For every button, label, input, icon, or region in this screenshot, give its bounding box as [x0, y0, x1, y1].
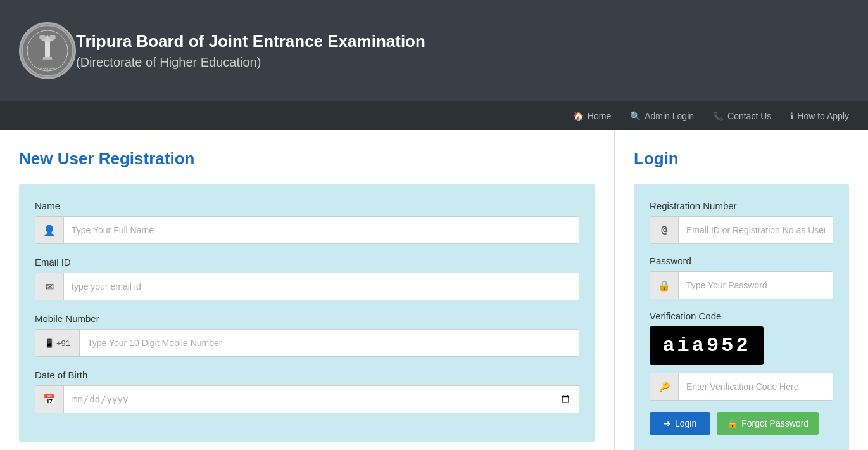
- forgot-password-button[interactable]: 🔒 Forgot Password: [717, 412, 819, 435]
- password-group: Password 🔒: [650, 255, 833, 299]
- svg-rect-5: [43, 57, 52, 59]
- verification-label: Verification Code: [650, 311, 833, 321]
- nav-admin-label: Admin Login: [645, 111, 694, 121]
- login-form: Registration Number @ Password 🔒 Verific…: [634, 184, 849, 450]
- site-subtitle: (Directorate of Higher Education): [76, 55, 425, 70]
- svg-point-7: [39, 35, 46, 40]
- registration-panel: New User Registration Name 👤 Email ID ✉: [0, 130, 615, 450]
- at-icon: @: [650, 217, 679, 243]
- email-input-wrapper: ✉: [35, 273, 579, 300]
- svg-rect-3: [45, 39, 50, 57]
- mobile-country-code: +91: [56, 338, 70, 348]
- email-input[interactable]: [64, 273, 579, 300]
- name-label: Name: [35, 200, 579, 211]
- site-header: ✦✦✦ सत्यमेव जयते Tripura Board of Joint …: [0, 0, 868, 101]
- login-buttons: ➜ Login 🔒 Forgot Password: [650, 412, 833, 435]
- svg-rect-6: [42, 59, 53, 60]
- dob-label: Date of Birth: [35, 370, 579, 380]
- nav-how-to-apply[interactable]: ℹ How to Apply: [790, 111, 849, 121]
- email-icon: ✉: [35, 273, 64, 300]
- nav-howto-label: How to Apply: [797, 111, 849, 121]
- name-group: Name 👤: [35, 200, 579, 244]
- svg-point-8: [49, 35, 56, 40]
- site-title: Tripura Board of Joint Entrance Examinat…: [76, 32, 425, 51]
- reg-number-group: Registration Number @: [650, 200, 833, 244]
- password-input-wrapper: 🔒: [650, 271, 833, 299]
- registration-title: New User Registration: [19, 149, 595, 169]
- key-icon: 🔑: [650, 373, 679, 400]
- nav-contact-label: Contact Us: [727, 111, 771, 121]
- login-title: Login: [634, 149, 849, 169]
- password-label: Password: [650, 255, 833, 266]
- reg-input-wrapper: @: [650, 216, 833, 244]
- contact-icon: 📞: [713, 111, 724, 121]
- nav-contact-us[interactable]: 📞 Contact Us: [713, 111, 771, 121]
- login-button[interactable]: ➜ Login: [650, 412, 710, 435]
- mobile-prefix: 📱 +91: [35, 330, 80, 356]
- header-text-block: Tripura Board of Joint Entrance Examinat…: [76, 32, 425, 70]
- mobile-input[interactable]: [80, 330, 579, 356]
- reg-number-label: Registration Number: [650, 200, 833, 211]
- verification-group: Verification Code aia952 🔑: [650, 311, 833, 401]
- main-content: New User Registration Name 👤 Email ID ✉: [0, 130, 868, 450]
- email-group: Email ID ✉: [35, 257, 579, 300]
- captcha-text: aia952: [662, 334, 750, 357]
- password-input[interactable]: [679, 272, 833, 299]
- calendar-icon: 📅: [35, 386, 64, 413]
- name-input-wrapper: 👤: [35, 216, 579, 244]
- dob-group: Date of Birth 📅: [35, 370, 579, 413]
- admin-icon: 🔍: [630, 111, 641, 121]
- captcha-image: aia952: [650, 326, 764, 365]
- home-icon: 🏠: [573, 111, 584, 121]
- mobile-input-wrapper: 📱 +91: [35, 329, 579, 357]
- svg-text:सत्यमेव जयते: सत्यमेव जयते: [39, 67, 55, 70]
- registration-form: Name 👤 Email ID ✉ Mobile Number: [19, 184, 595, 442]
- user-icon: 👤: [35, 217, 64, 243]
- info-icon: ℹ: [790, 111, 793, 121]
- name-input[interactable]: [64, 217, 579, 243]
- lock-icon: 🔒: [650, 272, 679, 299]
- nav-home-label: Home: [588, 111, 611, 121]
- login-panel: Login Registration Number @ Password 🔒: [615, 130, 868, 450]
- captcha-input[interactable]: [679, 373, 833, 400]
- dob-input[interactable]: [64, 386, 579, 413]
- mobile-group: Mobile Number 📱 +91: [35, 313, 579, 357]
- login-btn-label: Login: [675, 418, 696, 428]
- dob-input-wrapper: 📅: [35, 385, 579, 413]
- captcha-input-wrapper: 🔑: [650, 373, 833, 401]
- reg-number-input[interactable]: [679, 217, 833, 243]
- mobile-icon: 📱: [44, 338, 54, 348]
- login-arrow-icon: ➜: [664, 418, 671, 428]
- email-label: Email ID: [35, 257, 579, 267]
- emblem-logo: ✦✦✦ सत्यमेव जयते: [19, 22, 76, 79]
- nav-home[interactable]: 🏠 Home: [573, 111, 611, 121]
- forgot-btn-label: Forgot Password: [741, 418, 808, 428]
- forgot-lock-icon: 🔒: [727, 418, 738, 428]
- navbar: 🏠 Home 🔍 Admin Login 📞 Contact Us ℹ How …: [0, 101, 868, 130]
- nav-admin-login[interactable]: 🔍 Admin Login: [630, 111, 694, 121]
- mobile-label: Mobile Number: [35, 313, 579, 324]
